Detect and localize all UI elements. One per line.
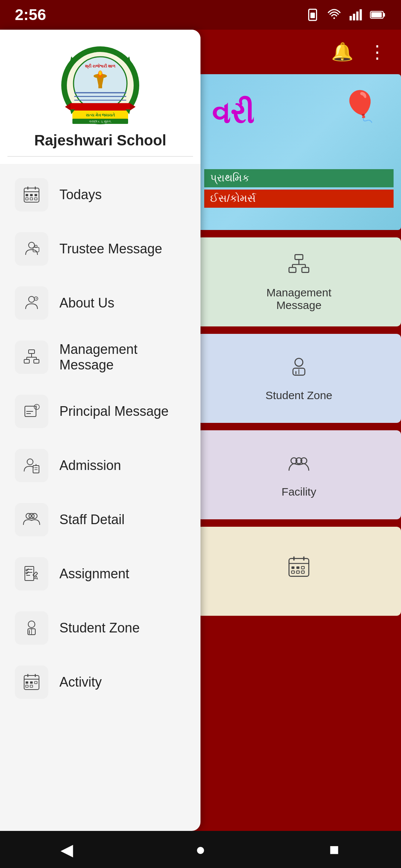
svg-rect-66 bbox=[30, 198, 33, 200]
svg-rect-31 bbox=[291, 571, 294, 573]
back-button[interactable]: ◀ bbox=[52, 835, 82, 864]
balloon-icon: 🎈 bbox=[342, 89, 379, 124]
svg-rect-6 bbox=[360, 9, 362, 20]
grid-item-student[interactable]: Student Zone bbox=[197, 334, 401, 423]
principal-label: Principal Message bbox=[59, 404, 169, 419]
svg-rect-5 bbox=[356, 11, 359, 20]
svg-rect-76 bbox=[34, 359, 39, 363]
svg-rect-109 bbox=[26, 685, 28, 687]
grid-item-calendar[interactable] bbox=[197, 527, 401, 616]
svg-point-98 bbox=[28, 621, 35, 628]
menu-item-trustee[interactable]: Trustee Message bbox=[0, 222, 200, 276]
principal-icon: ! bbox=[15, 395, 48, 428]
svg-rect-85 bbox=[33, 466, 39, 473]
recents-button[interactable]: ■ bbox=[319, 835, 349, 864]
menu-item-activity[interactable]: Activity bbox=[0, 655, 200, 709]
svg-rect-62 bbox=[26, 194, 28, 196]
svg-text:?: ? bbox=[35, 297, 37, 300]
svg-rect-28 bbox=[291, 566, 294, 569]
grid-area: ManagementMessage Student Zone Facility bbox=[197, 237, 401, 623]
svg-rect-63 bbox=[30, 194, 33, 196]
banner-text: વરી bbox=[212, 96, 254, 131]
svg-rect-75 bbox=[24, 359, 29, 363]
svg-rect-8 bbox=[383, 13, 385, 16]
student-grid-icon bbox=[287, 355, 311, 385]
trustee-icon bbox=[15, 232, 48, 266]
menu-item-staff[interactable]: Staff Detail bbox=[0, 493, 200, 547]
wifi-icon bbox=[327, 8, 342, 22]
status-bar: 2:56 bbox=[0, 0, 401, 30]
svg-rect-1 bbox=[310, 13, 315, 18]
trustee-label: Trustee Message bbox=[59, 241, 162, 257]
more-options-icon[interactable]: ⋮ bbox=[368, 42, 386, 62]
home-button[interactable]: ● bbox=[186, 835, 215, 864]
svg-rect-110 bbox=[30, 685, 33, 687]
admission-icon bbox=[15, 449, 48, 482]
about-icon: ? bbox=[15, 286, 48, 320]
svg-rect-32 bbox=[296, 571, 299, 573]
svg-point-17 bbox=[295, 358, 303, 366]
staff-label: Staff Detail bbox=[59, 512, 124, 527]
management-grid-label: ManagementMessage bbox=[266, 286, 331, 312]
svg-rect-9 bbox=[371, 12, 382, 17]
svg-text:!: ! bbox=[36, 405, 37, 409]
svg-point-41 bbox=[99, 71, 102, 75]
student-grid-label: Student Zone bbox=[265, 389, 332, 402]
side-drawer: સત્ય મેવ જ્યયતે વરાછા રોડ, સુરત. શ્રી રા… bbox=[0, 30, 200, 831]
staff-icon bbox=[15, 503, 48, 536]
menu-item-about[interactable]: ? About Us bbox=[0, 276, 200, 330]
grid-item-management[interactable]: ManagementMessage bbox=[197, 237, 401, 326]
management-icon bbox=[15, 341, 48, 374]
svg-point-2 bbox=[333, 17, 335, 19]
svg-point-70 bbox=[35, 245, 37, 247]
banner-tag-red: ઈસ/કોમર્સ bbox=[204, 190, 394, 208]
activity-icon bbox=[15, 665, 48, 699]
svg-rect-74 bbox=[29, 350, 35, 354]
menu-item-principal[interactable]: ! Principal Message bbox=[0, 384, 200, 438]
svg-point-71 bbox=[29, 296, 35, 302]
bell-icon[interactable]: 🔔 bbox=[331, 42, 353, 62]
calendar-grid-icon bbox=[287, 555, 311, 584]
svg-rect-64 bbox=[35, 194, 37, 196]
menu-item-management[interactable]: Management Message bbox=[0, 330, 200, 384]
svg-rect-29 bbox=[296, 566, 299, 569]
menu-list: Todays Trustee Message ? bbox=[0, 164, 200, 713]
banner-area: વરી 🎈 પ્રાથમિક ઈસ/કોમર્સ bbox=[197, 74, 401, 230]
admission-label: Admission bbox=[59, 458, 121, 473]
svg-rect-108 bbox=[35, 681, 37, 684]
svg-rect-11 bbox=[289, 267, 296, 272]
assignment-label: Assignment bbox=[59, 566, 129, 582]
activity-label: Activity bbox=[59, 674, 102, 690]
svg-rect-33 bbox=[301, 571, 304, 573]
svg-text:શ્રી રાજેશ્વરી શાળ: શ્રી રાજેશ્વરી શાળ bbox=[85, 63, 115, 69]
svg-rect-12 bbox=[302, 267, 309, 272]
management-label: Management Message bbox=[59, 342, 186, 373]
svg-rect-65 bbox=[26, 198, 28, 200]
menu-item-admission[interactable]: Admission bbox=[0, 438, 200, 493]
menu-item-assignment[interactable]: Assignment bbox=[0, 547, 200, 601]
grid-item-facility[interactable]: Facility bbox=[197, 430, 401, 519]
status-icons bbox=[306, 8, 386, 22]
todays-icon bbox=[15, 178, 48, 211]
svg-rect-67 bbox=[35, 198, 37, 200]
school-name: Rajeshwari School bbox=[34, 132, 166, 149]
svg-rect-4 bbox=[353, 14, 355, 20]
battery-icon bbox=[370, 8, 386, 22]
svg-point-84 bbox=[27, 459, 33, 465]
status-time: 2:56 bbox=[15, 6, 46, 24]
nav-bar: ◀ ● ■ bbox=[0, 831, 401, 868]
facility-grid-icon bbox=[287, 452, 311, 481]
drawer-header: સત્ય મેવ જ્યયતે વરાછા રોડ, સુરત. શ્રી રા… bbox=[0, 30, 200, 164]
facility-grid-label: Facility bbox=[281, 486, 316, 498]
todays-label: Todays bbox=[59, 187, 102, 203]
menu-item-student-zone[interactable]: Student Zone bbox=[0, 601, 200, 655]
svg-rect-10 bbox=[295, 254, 303, 259]
svg-text:સત્ય મેવ જ્યયતે: સત્ય મેવ જ્યયતે bbox=[86, 112, 115, 117]
header-divider bbox=[7, 156, 193, 157]
menu-item-todays[interactable]: Todays bbox=[0, 168, 200, 222]
svg-rect-3 bbox=[350, 16, 352, 20]
svg-rect-30 bbox=[301, 566, 304, 569]
school-logo: સત્ય મેવ જ્યયતે વરાછા રોડ, સુરત. શ્રી રા… bbox=[59, 45, 141, 126]
banner-tag-green: પ્રાથમિક bbox=[204, 169, 394, 187]
sim-icon bbox=[306, 8, 319, 22]
